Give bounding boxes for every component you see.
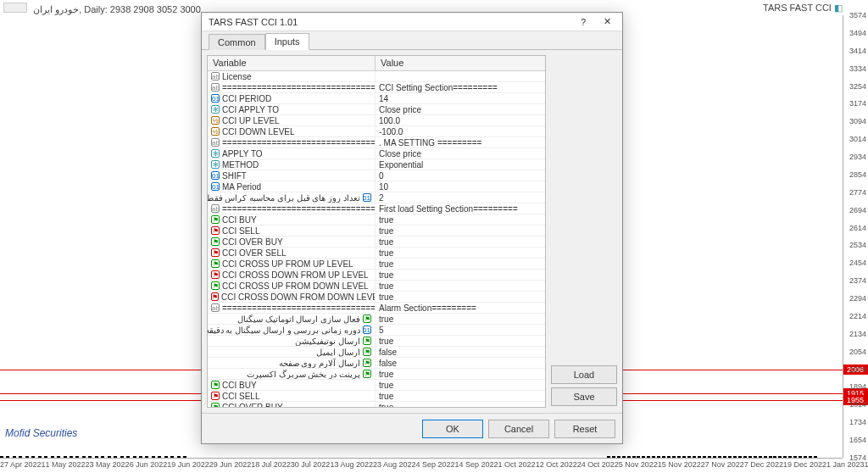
variable-cell: ⚑CCI SELL <box>208 225 376 236</box>
variable-cell: ab================================= <box>208 82 376 92</box>
value-cell[interactable]: 5 <box>376 325 545 335</box>
load-button[interactable]: Load <box>551 365 617 384</box>
tab-common[interactable]: Common <box>209 34 265 50</box>
variable-cell: ✻CCI APPLY TO <box>208 104 376 114</box>
input-row[interactable]: ⚑ارسال نوتیفیکیشنtrue <box>208 336 545 347</box>
variable-cell: ⚑فعال سازی ارسال اتوماتیک سیگنال <box>208 314 376 324</box>
input-row[interactable]: ⚑CCI CROSS UP FROM UP LEVELtrue <box>208 259 545 270</box>
value-cell[interactable]: true <box>376 248 545 258</box>
x-tick: 4 Sep 2022 <box>416 459 455 473</box>
value-cell[interactable]: Close price <box>376 104 545 114</box>
input-row[interactable]: ab=================================CCI S… <box>208 82 545 93</box>
input-row[interactable]: ⚑ارسال آلارم روی صفحهfalse <box>208 358 545 369</box>
variable-name: CCI BUY <box>222 380 257 390</box>
input-row[interactable]: ⚑ارسال ایمیلfalse <box>208 347 545 358</box>
value-cell[interactable]: 0 <box>376 170 545 181</box>
input-row[interactable]: ab=================================. MA … <box>208 137 545 148</box>
value-cell[interactable]: true <box>376 402 545 407</box>
value-cell[interactable] <box>376 71 545 81</box>
watermark: Mofid Securities <box>5 427 77 439</box>
value-cell[interactable]: true <box>376 214 545 225</box>
y-tick: 3094 <box>849 117 866 125</box>
value-cell[interactable]: -100.0 <box>376 126 545 136</box>
value-cell[interactable]: true <box>376 391 545 401</box>
value-cell[interactable]: true <box>376 281 545 291</box>
input-row[interactable]: 01CCI PERIOD14 <box>208 93 545 104</box>
input-row[interactable]: ⚑پرینت در بخش سربرگ اکسپرتtrue <box>208 369 545 380</box>
variable-cell: ab================================= <box>208 203 376 214</box>
value-cell[interactable]: true <box>376 336 545 346</box>
value-cell[interactable]: Exponential <box>376 159 545 170</box>
save-button[interactable]: Save <box>551 387 617 406</box>
input-row[interactable]: ⚑CCI BUYtrue <box>208 214 545 225</box>
reset-button[interactable]: Reset <box>554 420 615 438</box>
value-cell[interactable]: 10 <box>376 181 545 192</box>
variable-name: CCI UP LEVEL <box>222 115 280 125</box>
value-cell[interactable]: CCI Setting Section========= <box>376 82 545 92</box>
variable-name: CCI CROSS UP FROM DOWN LEVEL <box>222 281 369 291</box>
value-cell[interactable]: Alarm Section========= <box>376 303 545 313</box>
value-cell[interactable]: . MA SETTING ========= <box>376 137 545 147</box>
x-tick: 18 Jul 2022 <box>251 459 291 473</box>
x-tick: 19 Dec 2022 <box>783 459 826 473</box>
variable-cell: ⚑CCI BUY <box>208 380 376 390</box>
input-row[interactable]: ⚑CCI OVER BUYtrue <box>208 236 545 248</box>
input-row[interactable]: ⚑CCI SELLtrue <box>208 391 545 402</box>
value-cell[interactable]: true <box>376 314 545 324</box>
input-row[interactable]: ✻APPLY TOClose price <box>208 148 545 159</box>
value-cell[interactable]: false <box>376 358 545 368</box>
value-cell[interactable]: false <box>376 347 545 357</box>
input-row[interactable]: ⚑CCI CROSS DOWN FROM UP LEVELtrue <box>208 270 545 281</box>
input-row[interactable]: ⚑CCI OVER SELLtrue <box>208 248 545 259</box>
value-cell[interactable]: 14 <box>376 93 545 103</box>
column-header-value[interactable]: Value <box>376 56 545 70</box>
value-cell[interactable]: true <box>376 259 545 269</box>
ok-button[interactable]: OK <box>422 420 483 438</box>
y-tick: 3014 <box>849 135 866 143</box>
input-row[interactable]: ab=================================First… <box>208 203 545 214</box>
input-row[interactable]: abLicense <box>208 71 545 82</box>
y-tick: 2854 <box>849 170 866 179</box>
value-cell[interactable]: true <box>376 225 545 236</box>
help-button[interactable]: ? <box>571 14 595 30</box>
input-row[interactable]: ⚑فعال سازی ارسال اتوماتیک سیگنالtrue <box>208 314 545 325</box>
value-cell[interactable]: true <box>376 270 545 280</box>
tab-inputs[interactable]: Inputs <box>265 33 309 50</box>
variable-cell: ⚑CCI CROSS UP FROM DOWN LEVEL <box>208 281 376 291</box>
type-icon: 01 <box>211 94 220 103</box>
input-row[interactable]: ✻CCI APPLY TOClose price <box>208 104 545 115</box>
value-cell[interactable]: First load Setting Section========= <box>376 203 545 214</box>
input-row[interactable]: ½CCI DOWN LEVEL-100.0 <box>208 126 545 137</box>
input-row[interactable]: ⚑CCI CROSS UP FROM DOWN LEVELtrue <box>208 281 545 292</box>
input-row[interactable]: ½CCI UP LEVEL100.0 <box>208 115 545 126</box>
dialog-titlebar[interactable]: TARS FAST CCI 1.01 ? ✕ <box>202 13 622 31</box>
value-cell[interactable]: true <box>376 292 545 302</box>
input-row[interactable]: 01SHIFT0 <box>208 170 545 181</box>
input-row[interactable]: ab=================================Alarm… <box>208 303 545 314</box>
value-cell[interactable]: true <box>376 369 545 379</box>
y-tick: 2214 <box>849 312 866 320</box>
input-row[interactable]: ⚑CCI OVER BUYtrue <box>208 402 545 407</box>
inputs-grid-scroll[interactable]: abLicenseab=============================… <box>208 71 545 407</box>
value-cell[interactable]: true <box>376 380 545 390</box>
input-row[interactable]: ⚑CCI BUYtrue <box>208 380 545 391</box>
type-icon: ab <box>211 303 220 312</box>
value-cell[interactable]: true <box>376 236 545 247</box>
input-row[interactable]: 01MA Period10 <box>208 181 545 192</box>
value-cell[interactable]: 100.0 <box>376 115 545 125</box>
variable-name: ================================= <box>222 303 376 313</box>
cancel-button[interactable]: Cancel <box>488 420 549 438</box>
input-row[interactable]: ⚑CCI CROSS DOWN FROM DOWN LEVELtrue <box>208 292 545 303</box>
input-row[interactable]: ✻METHODExponential <box>208 159 545 170</box>
input-row[interactable]: 01دوره زمانی بررسی و ارسال سیگنال به دقی… <box>208 325 545 336</box>
value-cell[interactable]: 2 <box>376 192 545 203</box>
variable-name: ================================= <box>222 82 376 92</box>
input-row[interactable]: ⚑CCI SELLtrue <box>208 225 545 236</box>
value-cell[interactable]: Close price <box>376 148 545 159</box>
x-tick: 27 Nov 2022 <box>701 459 744 473</box>
tabstrip: Common Inputs <box>202 31 622 50</box>
input-row[interactable]: 01تعداد روز های قبل برای محاسبه کراس فقط… <box>208 192 545 203</box>
close-button[interactable]: ✕ <box>595 14 619 30</box>
y-tick: 1734 <box>849 418 866 426</box>
column-header-variable[interactable]: Variable <box>208 56 376 70</box>
